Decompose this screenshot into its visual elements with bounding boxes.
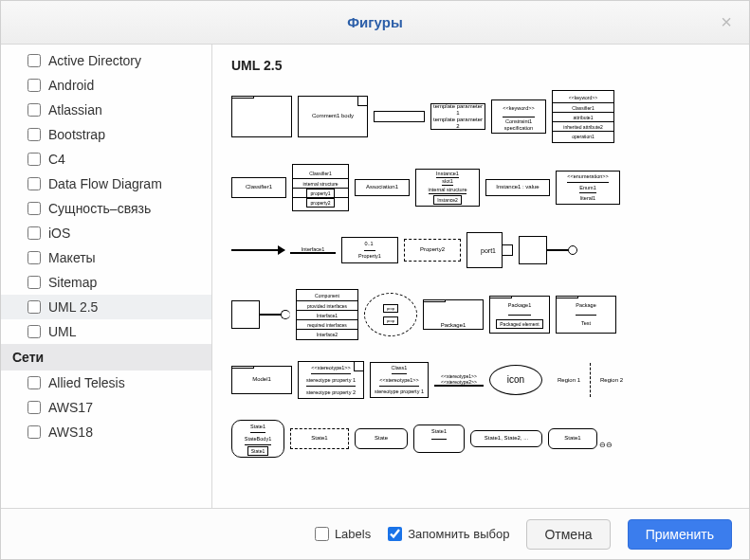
shape-enum[interactable]: <<enumeration>> Enum1 literal1 bbox=[556, 171, 620, 205]
shape-classifier[interactable]: Classifier1 bbox=[231, 177, 286, 198]
close-icon[interactable]: × bbox=[715, 10, 738, 33]
sidebar-item-active-directory[interactable]: Active Directory bbox=[1, 48, 211, 73]
labels-checkbox-label: Labels bbox=[335, 527, 371, 541]
shape-stereotype-note[interactable]: <<stereotype1>> stereotype property 1 st… bbox=[298, 361, 364, 399]
sidebar-item-label: AWS17 bbox=[48, 400, 93, 415]
shape-regions[interactable]: Region 1 Region 2 bbox=[548, 363, 632, 397]
shape-stereotyped-class[interactable]: Class1 <<stereotype1>> stereotype proper… bbox=[370, 362, 429, 398]
checkbox[interactable] bbox=[27, 54, 41, 67]
sidebar-item-label: iOS bbox=[48, 226, 70, 241]
dialog-body: Active Directory Android Atlassian Boots… bbox=[1, 45, 749, 508]
sidebar-item-label: AWS18 bbox=[48, 425, 93, 440]
sidebar-item-label: Active Directory bbox=[48, 53, 141, 68]
cancel-button[interactable]: Отмена bbox=[526, 519, 610, 550]
shape-comment[interactable]: Comment1 body bbox=[298, 96, 368, 137]
shape-interface-line[interactable]: Interface1 bbox=[290, 246, 336, 254]
dialog-title: Фигуры bbox=[347, 14, 402, 30]
checkbox[interactable] bbox=[27, 376, 41, 389]
sidebar-group-networking: Сети bbox=[1, 344, 211, 370]
preview-title: UML 2.5 bbox=[231, 58, 730, 73]
shape-package-empty[interactable] bbox=[231, 96, 292, 137]
sidebar-item-sitemap[interactable]: Sitemap bbox=[1, 270, 211, 295]
shape-class-structure[interactable]: Classifier1 internal structure property1… bbox=[292, 164, 349, 211]
shape-model[interactable]: Model1 bbox=[231, 366, 292, 394]
checkbox[interactable] bbox=[388, 527, 402, 541]
sidebar-item-label: Atlassian bbox=[48, 102, 102, 117]
sidebar-item-label: C4 bbox=[48, 152, 65, 167]
checkbox[interactable] bbox=[27, 325, 41, 338]
shape-required-interface[interactable] bbox=[231, 300, 290, 329]
remember-checkbox[interactable]: Запомнить выбор bbox=[388, 527, 509, 541]
sidebar-item-ios[interactable]: iOS bbox=[1, 221, 211, 245]
sidebar-item-bootstrap[interactable]: Bootstrap bbox=[1, 122, 211, 147]
shape-classifier-full[interactable]: <<keyword>> Classifier1 attribute1 inher… bbox=[552, 90, 614, 143]
sidebar-item-label: Allied Telesis bbox=[48, 375, 125, 390]
shape-package[interactable]: Package1 bbox=[423, 299, 484, 330]
sidebar-item-uml25[interactable]: UML 2.5 bbox=[1, 295, 211, 319]
sidebar-item-aws18[interactable]: AWS18 bbox=[1, 420, 211, 444]
shape-instance-value[interactable]: Instance1 : value bbox=[485, 179, 550, 196]
sidebar-item-label: Сущность–связь bbox=[48, 201, 151, 216]
shapes-dialog: Фигуры × Active Directory Android Atlass… bbox=[0, 0, 750, 560]
shape-icon-ellipse[interactable]: icon bbox=[489, 365, 542, 395]
checkbox[interactable] bbox=[27, 300, 41, 314]
shape-state-list[interactable]: State1, State2, ... bbox=[470, 430, 542, 447]
sidebar-item-erd[interactable]: Сущность–связь bbox=[1, 196, 211, 221]
sidebar-item-uml[interactable]: UML bbox=[1, 319, 211, 344]
shape-collaboration[interactable]: prop prop bbox=[364, 293, 417, 336]
sidebar-item-label: UML bbox=[48, 324, 77, 339]
apply-button[interactable]: Применить bbox=[628, 519, 732, 550]
shape-property-dashed[interactable]: Property2 bbox=[404, 239, 461, 262]
shape-state-compartments[interactable]: State1 StateBody1 State1 bbox=[231, 420, 284, 458]
shape-state[interactable]: State bbox=[355, 428, 408, 449]
shape-instance-struct[interactable]: Instance1 slot1 internal structure Insta… bbox=[415, 169, 480, 207]
shape-component[interactable]: Component provided interfaces Interface1… bbox=[296, 289, 358, 340]
shape-label[interactable] bbox=[374, 111, 425, 122]
category-sidebar[interactable]: Active Directory Android Atlassian Boots… bbox=[1, 45, 212, 508]
checkbox[interactable] bbox=[27, 251, 41, 264]
shape-provided-interface[interactable] bbox=[519, 236, 577, 264]
shape-grid: Comment1 body template parameter 1 templ… bbox=[231, 90, 730, 458]
checkbox[interactable] bbox=[27, 276, 41, 289]
shape-package-test[interactable]: Package Test bbox=[556, 296, 616, 334]
shape-dependency-arrow[interactable] bbox=[231, 249, 284, 251]
checkbox[interactable] bbox=[27, 177, 41, 190]
shape-constraint[interactable]: <<keyword>> Constraint1 specification bbox=[491, 99, 546, 134]
shape-state-submachine[interactable]: State1 ⊖⊖ bbox=[548, 428, 613, 449]
shape-property[interactable]: 0..1 Property1 bbox=[341, 237, 398, 263]
checkbox[interactable] bbox=[27, 425, 41, 439]
sidebar-item-mockups[interactable]: Макеты bbox=[1, 245, 211, 270]
checkbox[interactable] bbox=[27, 153, 41, 166]
sidebar-item-c4[interactable]: C4 bbox=[1, 147, 211, 172]
sidebar-item-atlassian[interactable]: Atlassian bbox=[1, 98, 211, 122]
sidebar-item-label: Bootstrap bbox=[48, 127, 105, 142]
sidebar-item-aws17[interactable]: AWS17 bbox=[1, 395, 211, 420]
shape-port[interactable]: port1 bbox=[466, 232, 513, 268]
sidebar-item-label: Макеты bbox=[48, 250, 96, 265]
sidebar-item-allied-telesis[interactable]: Allied Telesis bbox=[1, 370, 211, 395]
shape-template-params[interactable]: template parameter 1 template parameter … bbox=[430, 103, 485, 130]
sidebar-item-dfd[interactable]: Data Flow Diagram bbox=[1, 172, 211, 196]
labels-checkbox[interactable]: Labels bbox=[315, 527, 371, 541]
sidebar-item-label: Sitemap bbox=[48, 275, 97, 290]
remember-checkbox-label: Запомнить выбор bbox=[408, 527, 509, 541]
sidebar-item-android[interactable]: Android bbox=[1, 73, 211, 98]
shape-stereotype-edge[interactable]: <<stereotype1>> <<stereotype2>> bbox=[434, 373, 484, 387]
dialog-header: Фигуры × bbox=[1, 1, 749, 45]
sidebar-item-label: UML 2.5 bbox=[48, 299, 98, 315]
checkbox[interactable] bbox=[27, 128, 41, 141]
shape-package-elements[interactable]: Package1 Packaged element bbox=[489, 296, 550, 334]
shape-state-split[interactable]: State1 bbox=[413, 425, 465, 453]
shape-preview-pane[interactable]: UML 2.5 Comment1 body template parameter… bbox=[212, 45, 749, 508]
shape-association[interactable]: Association1 bbox=[355, 179, 410, 196]
shape-state-dashed[interactable]: State1 bbox=[290, 428, 349, 449]
sidebar-item-label: Android bbox=[48, 78, 94, 93]
checkbox[interactable] bbox=[27, 103, 41, 117]
checkbox[interactable] bbox=[27, 226, 41, 240]
checkbox[interactable] bbox=[315, 527, 329, 541]
checkbox[interactable] bbox=[27, 79, 41, 92]
sidebar-item-label: Data Flow Diagram bbox=[48, 176, 162, 191]
checkbox[interactable] bbox=[27, 202, 41, 215]
dialog-footer: Labels Запомнить выбор Отмена Применить bbox=[1, 508, 749, 559]
checkbox[interactable] bbox=[27, 401, 41, 414]
